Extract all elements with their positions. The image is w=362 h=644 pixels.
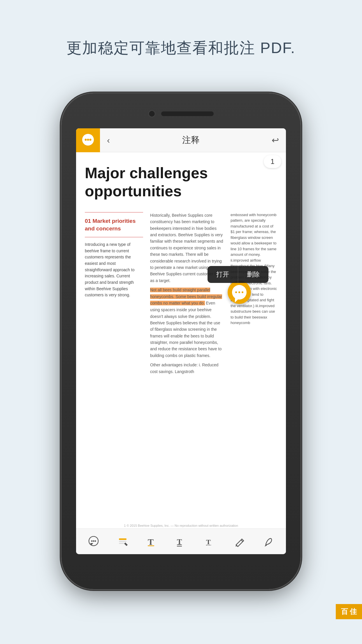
section-divider-top [85,212,143,213]
text-T3-icon: T [205,536,216,547]
svg-rect-12 [119,543,124,544]
svg-point-8 [95,540,96,542]
watermark-badge: 百 佳 [336,604,362,619]
chat-bubble-icon [82,134,94,147]
pdf-title: Major challenges opportunities [85,164,277,200]
svg-point-2 [87,139,89,141]
svg-point-3 [89,139,92,141]
right-para-2: Not all bees build straight parallel hon… [150,287,224,359]
open-menu-item[interactable]: 打开 [208,266,238,283]
pen-icon [263,536,274,547]
page-title: 更加稳定可靠地查看和批注 PDF. [0,38,362,58]
right-para-3: Other advantages include: i. Reduced cos… [150,362,224,375]
header-title: 注释 [117,134,265,146]
phone-camera [148,110,155,117]
back-button[interactable]: ‹ [100,135,117,145]
text-tool-1-button[interactable]: T [143,533,161,550]
pdf-view: 1 Major challenges opportunities 01 Mark… [76,152,286,528]
comment-tool-button[interactable] [85,533,102,550]
watermark-suffix: 佳 [350,607,357,616]
delete-menu-item[interactable]: 删除 [238,266,268,283]
page-number-badge: 1 [264,155,281,168]
svg-text:T: T [206,538,211,546]
pen-tool-button[interactable] [260,533,277,550]
return-button[interactable]: ↩ [265,135,286,145]
svg-text:T: T [148,537,154,547]
para-2-rest: Even using spacers inside your beehive d… [150,301,222,358]
section-divider-bottom [85,237,143,237]
annotation-dots [235,291,243,293]
svg-point-6 [91,540,93,542]
phone-screen: ‹ 注释 ↩ 1 Major challenges opportunities … [76,128,286,554]
svg-rect-14 [148,545,154,546]
dot-2 [238,291,240,293]
section-number-title: 01 Market priorities and concerns [85,217,143,233]
pdf-right-column: Historically, Beehive Supplies core cons… [150,212,224,378]
pdf-left-column: 01 Market priorities and concerns Introd… [85,212,143,378]
annotation-bubble-inner [232,285,247,300]
dot-1 [235,291,237,293]
pencil-icon [234,536,245,547]
text-T2-icon: T [175,536,187,547]
pencil-tool-button[interactable] [231,533,248,550]
phone-speaker [161,111,214,116]
dot-3 [242,291,243,293]
watermark-prefix: 百 [341,607,348,616]
annotation-bubble[interactable] [228,281,251,304]
app-header-icon [76,128,100,152]
highlight-icon [117,536,128,547]
svg-point-1 [85,139,87,141]
phone-shell: ‹ 注释 ↩ 1 Major challenges opportunities … [61,93,301,589]
svg-rect-10 [119,538,126,540]
text-tool-2-button[interactable]: T [172,533,190,550]
comment-icon [88,536,99,547]
phone-top-bar [61,99,301,128]
pdf-footer: 1 © 2015 Beehive Supplies, Inc. — No rep… [76,524,286,527]
svg-rect-11 [119,541,126,542]
text-tool-3-button[interactable]: T [201,533,219,550]
app-toolbar: T T T [76,528,286,554]
highlight-tool-button[interactable] [114,533,131,550]
app-header: ‹ 注释 ↩ [76,128,286,152]
context-menu: 打开 删除 [208,266,268,283]
svg-point-7 [93,540,94,542]
text-T-icon: T [146,536,157,547]
section-body-text: Introducing a new type of beehive frame … [85,242,143,298]
